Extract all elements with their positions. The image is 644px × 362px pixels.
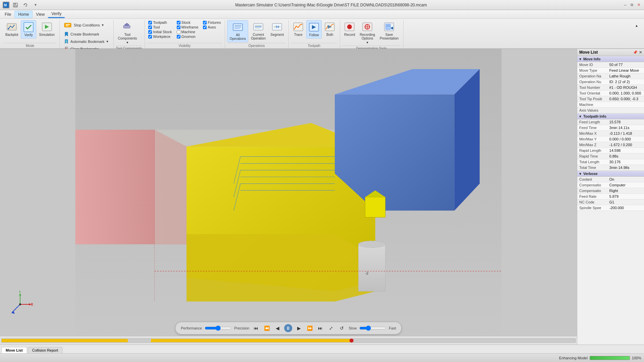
toolpath-checkbox[interactable] (148, 21, 152, 24)
initial-stock-checkbox-row[interactable]: Initial Stock (147, 29, 173, 34)
refresh-button[interactable]: ↺ (338, 324, 346, 332)
toolpath-checkbox-row[interactable]: Toolpath (147, 20, 173, 25)
wireframe-checkbox[interactable] (177, 25, 180, 29)
pause-button[interactable]: ⏸ (284, 324, 292, 332)
progress-bar-area[interactable] (0, 336, 577, 345)
move-info-arrow: ▼ (579, 57, 582, 61)
tool-components-label: ToolComponents (118, 33, 137, 40)
ribbon-collapse-button[interactable]: ▲ (633, 21, 641, 29)
play-forward-button[interactable]: ▶ (295, 324, 303, 332)
menu-view[interactable]: View (33, 11, 48, 18)
verify-button[interactable]: Verify (21, 20, 36, 39)
workpiece-checkbox-row[interactable]: Workpiece (147, 34, 173, 39)
svg-text:M: M (4, 3, 7, 7)
tool-checkbox-row[interactable]: Tool (147, 25, 173, 29)
save-presentation-button[interactable]: SavePresentation (378, 20, 400, 42)
axes-checkbox[interactable] (203, 25, 207, 29)
verbose-section-header[interactable]: ▼ Verbose (577, 171, 644, 177)
tool-components-button[interactable]: ToolComponents ▼ (116, 20, 139, 46)
step-forward-button[interactable]: ⏩ (306, 324, 314, 332)
record-button[interactable]: Record (342, 20, 357, 38)
move-info-section-header[interactable]: ▼ Move Info (577, 56, 644, 62)
table-row: Machine (577, 102, 644, 108)
info-label: Machine (577, 102, 607, 108)
speed-slider[interactable] (359, 325, 386, 331)
minimize-button[interactable]: ─ (623, 2, 628, 8)
fixtures-checkbox-row[interactable]: Fixtures (202, 20, 222, 25)
fixtures-checkbox[interactable] (203, 21, 207, 24)
progress-bar[interactable] (1, 339, 576, 343)
stock-checkbox[interactable] (177, 21, 180, 24)
skip-to-start-button[interactable]: ⏮ (252, 324, 260, 332)
table-row: Rapid Length14.598 (577, 148, 644, 154)
menu-file[interactable]: File (1, 11, 14, 18)
info-value: ID: 2 (2 of 2) (607, 79, 644, 85)
wireframe-cb-label: Wireframe (181, 25, 199, 29)
current-operation-button[interactable]: CurrentOperation (249, 20, 268, 42)
machine-checkbox-row[interactable]: Machine (175, 29, 200, 34)
panel-close-button[interactable]: ✕ (639, 50, 642, 55)
both-button[interactable]: Both (322, 20, 337, 38)
stock-checkbox-row[interactable]: Stock (175, 20, 200, 25)
simulation-button[interactable]: Simulation (37, 20, 57, 38)
create-bookmark-button[interactable]: Create Bookmark (62, 31, 111, 38)
machine-checkbox[interactable] (177, 30, 180, 34)
quick-undo-icon[interactable] (21, 1, 30, 9)
recording-options-label: RecordingOptions (360, 33, 375, 40)
backplot-button[interactable]: Backplot (3, 20, 20, 38)
trace-button[interactable]: Trace (291, 20, 306, 38)
viewport[interactable]: -2 Y X (0, 49, 577, 345)
create-bookmark-label: Create Bookmark (70, 32, 99, 36)
initial-stock-cb-label: Initial Stock (153, 30, 172, 34)
progress-fill-1 (2, 339, 128, 342)
progress-indicator[interactable] (350, 339, 354, 343)
table-row: Operation NuID: 2 (2 of 2) (577, 79, 644, 85)
performance-slider[interactable] (205, 325, 231, 331)
both-label: Both (326, 33, 333, 37)
play-back-button[interactable]: ◀ (273, 324, 281, 332)
menu-home[interactable]: Home (14, 11, 33, 18)
panel-title-bar: Move List 📌 ✕ (577, 49, 644, 56)
panel-pin-button[interactable]: 📌 (633, 50, 638, 55)
tab-collision-report[interactable]: Collision Report (28, 347, 63, 353)
axes-checkbox-row[interactable]: Axes (202, 25, 222, 29)
automatic-bookmark-button[interactable]: A Automatic Bookmark ▼ (62, 38, 111, 45)
table-row: Total Length30.176 (577, 159, 644, 165)
segment-icon (272, 21, 282, 32)
menu-verify[interactable]: Verify (48, 10, 65, 18)
gnomon-checkbox-row[interactable]: Gnomon (175, 34, 200, 39)
skip-to-end-button[interactable]: ⏭ (316, 324, 324, 332)
toolpath-info-section-header[interactable]: ▼ Toolpath Info (577, 113, 644, 119)
follow-button[interactable]: Follow (306, 20, 322, 39)
table-row: Min/Max X-0.113 / 1.418 (577, 131, 644, 136)
tab-move-list[interactable]: Move List (1, 347, 27, 353)
info-value: 30.176 (607, 159, 644, 165)
stop-conditions-button[interactable]: Stop Conditions ▼ (62, 20, 111, 30)
status-progress-bar (590, 356, 630, 360)
axes-indicator: Y X (7, 291, 34, 318)
svg-text:Y: Y (19, 291, 21, 294)
follow-icon (309, 22, 319, 33)
wireframe-checkbox-row[interactable]: Wireframe (175, 25, 200, 29)
tool-checkbox[interactable] (148, 25, 152, 29)
ribbon-group-toolpath: Trace Follow (289, 20, 340, 48)
segment-button[interactable]: Segment (268, 20, 286, 38)
status-bar: Enhancing Model 100% (0, 353, 644, 362)
quick-save-icon[interactable] (11, 1, 19, 9)
initial-stock-checkbox[interactable] (148, 30, 152, 34)
customize-icon[interactable]: ▼ (32, 1, 40, 9)
ribbon-group-operations: AllOperations CurrentOperation (226, 20, 289, 48)
recording-options-button[interactable]: RecordingOptions ▼ (358, 20, 377, 46)
gnomon-checkbox[interactable] (177, 35, 180, 39)
info-label: Coolant (577, 177, 607, 182)
step-back-button[interactable]: ⏪ (263, 324, 271, 332)
simulation-label: Simulation (39, 33, 55, 37)
workpiece-checkbox[interactable] (148, 35, 152, 39)
info-value: Computer (607, 182, 644, 188)
restore-button[interactable]: ⧉ (629, 2, 635, 8)
save-presentation-label: SavePresentation (380, 33, 398, 40)
all-operations-button[interactable]: AllOperations (227, 20, 248, 42)
close-button[interactable]: ✕ (636, 2, 641, 8)
table-row: CompensatioRight (577, 188, 644, 194)
resize-button[interactable]: ⤢ (327, 324, 335, 332)
